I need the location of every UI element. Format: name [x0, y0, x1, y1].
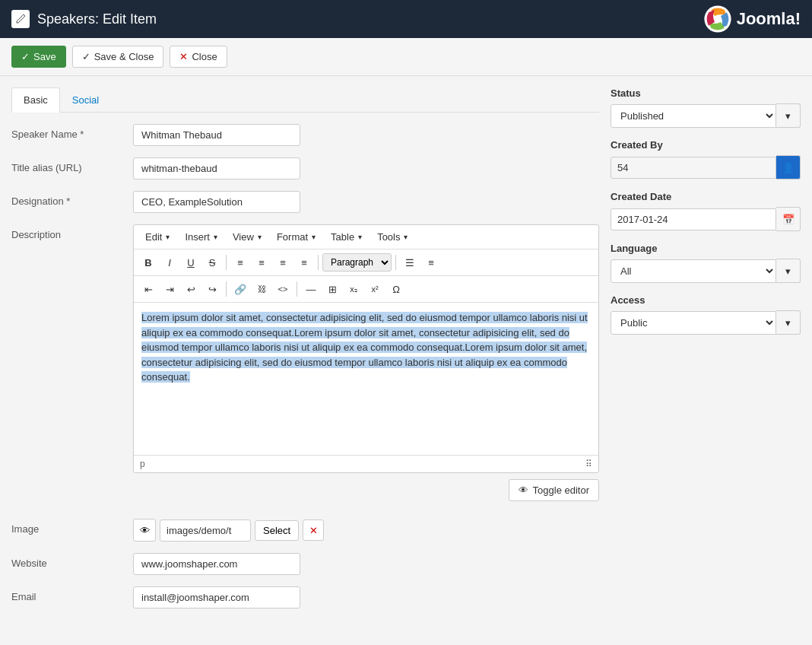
align-justify-button[interactable]: ≡ [294, 253, 314, 272]
title-alias-input[interactable] [133, 157, 300, 180]
image-clear-button[interactable]: ✕ [303, 519, 324, 541]
image-group: Image 👁 Select ✕ [11, 519, 599, 542]
email-group: Email [11, 586, 599, 608]
editor-toolbar-1: B I U S ≡ ≡ ≡ ≡ Paragraph Heading 1 [134, 249, 598, 276]
selected-text: Lorem ipsum dolor sit amet, consectetur … [141, 312, 588, 383]
editor-menu-tools[interactable]: Tools ▾ [370, 228, 414, 246]
undo-button[interactable]: ↩ [181, 279, 201, 299]
toggle-editor-wrap: 👁 Toggle editor [133, 479, 599, 501]
indent-decrease-button[interactable]: ⇤ [138, 279, 158, 299]
language-select-arrow[interactable]: ▾ [776, 259, 801, 283]
link-button[interactable]: 🔗 [230, 279, 250, 299]
language-select[interactable]: All English [611, 259, 776, 283]
editor-menu-format[interactable]: Format ▾ [270, 228, 322, 246]
sidebar-area: Status Published Unpublished Archived Tr… [611, 87, 801, 620]
indent-increase-button[interactable]: ⇥ [160, 279, 179, 299]
status-dropdown-icon: ▾ [785, 110, 791, 122]
close-x-icon: ✕ [179, 51, 188, 62]
close-label: Close [192, 51, 217, 62]
paragraph-select[interactable]: Paragraph Heading 1 Heading 2 [322, 253, 392, 272]
tools-caret: ▾ [404, 233, 408, 241]
toggle-editor-label: Toggle editor [533, 485, 589, 496]
tab-social[interactable]: Social [60, 87, 111, 112]
status-widget: Status Published Unpublished Archived Tr… [611, 87, 801, 128]
editor-wrapper: Edit ▾ Insert ▾ View ▾ Format ▾ Table ▾ … [133, 224, 599, 473]
created-date-input[interactable] [611, 208, 776, 230]
editor-content[interactable]: Lorem ipsum dolor sit amet, consectetur … [134, 303, 598, 455]
ordered-list-button[interactable]: ≡ [421, 253, 441, 272]
toggle-editor-button[interactable]: 👁 Toggle editor [509, 479, 599, 501]
designation-input[interactable] [133, 191, 300, 213]
align-right-button[interactable]: ≡ [273, 253, 293, 272]
created-by-widget: Created By 👤 [611, 139, 801, 180]
editor-toolbar-2: ⇤ ⇥ ↩ ↪ 🔗 ⛓ <> — ⊞ x₂ x² Ω [134, 276, 598, 303]
calendar-button[interactable]: 📅 [776, 207, 801, 231]
toolbar-divider-4 [226, 281, 227, 297]
editor-menu-edit[interactable]: Edit ▾ [138, 228, 176, 246]
email-input[interactable] [133, 586, 300, 608]
image-select-button[interactable]: Select [255, 520, 299, 541]
status-select[interactable]: Published Unpublished Archived Trashed [611, 104, 776, 128]
website-input[interactable] [133, 553, 300, 575]
app-header: Speakers: Edit Item Joomla! [0, 0, 812, 38]
superscript-button[interactable]: x² [365, 279, 385, 299]
code-button[interactable]: <> [273, 279, 293, 299]
created-by-user-button[interactable]: 👤 [776, 155, 801, 180]
access-select[interactable]: Public Guest Registered Special Super Us… [611, 311, 776, 335]
table-caret: ▾ [358, 233, 362, 241]
header-title-area: Speakers: Edit Item [11, 10, 157, 28]
created-date-label: Created Date [611, 191, 801, 202]
image-path-input[interactable] [160, 519, 251, 542]
view-caret: ▾ [258, 233, 262, 241]
toolbar-divider-1 [226, 255, 227, 270]
unordered-list-button[interactable]: ☰ [400, 253, 420, 272]
strikethrough-button[interactable]: S [202, 253, 222, 272]
special-chars-button[interactable]: Ω [386, 279, 406, 299]
subscript-button[interactable]: x₂ [344, 279, 363, 299]
language-dropdown-icon: ▾ [785, 265, 791, 277]
edit-caret: ▾ [166, 233, 170, 241]
editor-statusbar: p ⠿ [134, 455, 598, 472]
access-select-wrap: Public Guest Registered Special Super Us… [611, 310, 801, 335]
access-label: Access [611, 294, 801, 306]
underline-button[interactable]: U [181, 253, 201, 272]
format-caret: ▾ [312, 233, 316, 241]
main-layout: Basic Social Speaker Name * Title alias … [0, 76, 812, 631]
editor-menu-insert[interactable]: Insert ▾ [178, 228, 224, 246]
email-label: Email [11, 586, 133, 602]
hr-button[interactable]: — [301, 279, 321, 299]
save-close-button[interactable]: ✓ Save & Close [72, 46, 164, 68]
table-insert-button[interactable]: ⊞ [322, 279, 342, 299]
bold-button[interactable]: B [138, 253, 158, 272]
save-button[interactable]: ✓ Save [11, 46, 66, 68]
toolbar-divider-5 [297, 281, 297, 297]
unlink-button[interactable]: ⛓ [252, 279, 271, 299]
image-eye-button[interactable]: 👁 [133, 519, 156, 542]
align-left-button[interactable]: ≡ [230, 253, 250, 272]
user-icon: 👤 [782, 162, 795, 173]
tab-basic[interactable]: Basic [11, 87, 60, 113]
status-select-wrap: Published Unpublished Archived Trashed ▾ [611, 103, 801, 128]
status-select-arrow[interactable]: ▾ [776, 103, 801, 128]
image-select-label: Select [263, 525, 290, 536]
align-center-button[interactable]: ≡ [252, 253, 271, 272]
editor-menubar: Edit ▾ Insert ▾ View ▾ Format ▾ Table ▾ … [134, 225, 598, 249]
created-by-input[interactable] [611, 157, 776, 179]
editor-menu-view[interactable]: View ▾ [226, 228, 268, 246]
access-select-arrow[interactable]: ▾ [776, 310, 801, 335]
speaker-name-input[interactable] [133, 124, 300, 146]
language-label: Language [611, 243, 801, 254]
edit-icon [11, 10, 30, 28]
editor-menu-table[interactable]: Table ▾ [324, 228, 369, 246]
italic-button[interactable]: I [160, 253, 179, 272]
joomla-text: Joomla! [737, 9, 801, 29]
redo-button[interactable]: ↪ [202, 279, 222, 299]
save-close-label: Save & Close [94, 51, 154, 62]
close-button[interactable]: ✕ Close [170, 46, 227, 68]
editor-resize-handle: ⠿ [585, 459, 592, 469]
page-title: Speakers: Edit Item [37, 11, 157, 27]
toolbar-divider-2 [318, 255, 319, 270]
designation-label: Designation * [11, 191, 133, 207]
status-label: Status [611, 87, 801, 99]
save-check-icon: ✓ [21, 51, 30, 62]
